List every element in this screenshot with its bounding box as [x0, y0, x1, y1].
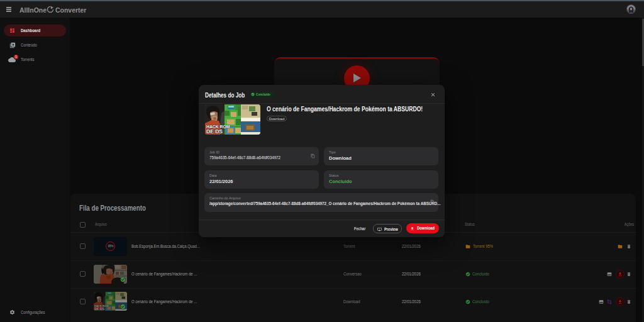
svg-text:DE DS: DE DS: [206, 128, 223, 135]
